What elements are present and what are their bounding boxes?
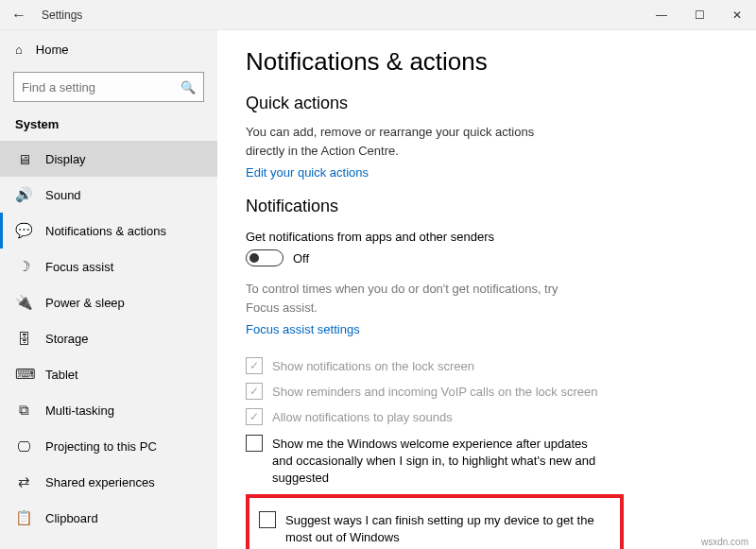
storage-icon: 🗄 xyxy=(15,331,32,347)
section-label: System xyxy=(0,112,217,141)
checkbox-sounds: ✓ Allow notifications to play sounds xyxy=(246,408,605,426)
focus-assist-text: To control times when you do or don't ge… xyxy=(246,280,567,317)
nav-label: Clipboard xyxy=(45,511,98,525)
back-button[interactable]: ← xyxy=(0,7,38,24)
display-icon: 🖥 xyxy=(15,151,32,167)
sound-icon: 🔊 xyxy=(15,186,32,203)
checkbox-label: Show me the Windows welcome experience a… xyxy=(272,435,605,488)
focus-assist-link[interactable]: Focus assist settings xyxy=(246,322,360,336)
checkbox-icon: ✓ xyxy=(246,357,263,374)
titlebar: ← Settings — ☐ ✕ xyxy=(0,0,756,30)
checkbox-label: Show reminders and incoming VoIP calls o… xyxy=(272,383,597,401)
nav-item-focus-assist[interactable]: ☽Focus assist xyxy=(0,249,217,284)
nav-label: Sound xyxy=(45,188,81,202)
checkbox-label: Show notifications on the lock screen xyxy=(272,357,474,375)
quick-actions-text: You can add, remove or rearrange your qu… xyxy=(246,123,567,160)
window-title: Settings xyxy=(42,9,82,22)
edit-quick-actions-link[interactable]: Edit your quick actions xyxy=(246,165,369,180)
nav-item-multitasking[interactable]: ⧉Multi-tasking xyxy=(0,392,217,428)
multitask-icon: ⧉ xyxy=(15,402,32,419)
home-link[interactable]: ⌂ Home xyxy=(0,30,217,68)
nav-item-clipboard[interactable]: 📋Clipboard xyxy=(0,500,217,536)
nav-label: Tablet xyxy=(45,368,78,382)
nav-label: Display xyxy=(45,152,86,166)
nav-label: Storage xyxy=(45,332,89,346)
nav-label: Shared experiences xyxy=(45,475,155,489)
main-content: Notifications & actions Quick actions Yo… xyxy=(217,30,756,549)
nav-label: Power & sleep xyxy=(45,296,125,310)
nav-label: Multi-tasking xyxy=(45,403,114,418)
nav-item-projecting[interactable]: 🖵Projecting to this PC xyxy=(0,428,217,464)
notifications-heading: Notifications xyxy=(246,197,728,216)
quick-actions-heading: Quick actions xyxy=(246,94,728,113)
sidebar: ⌂ Home 🔍 System 🖥Display 🔊Sound 💬Notific… xyxy=(0,30,217,549)
checkbox-label: Suggest ways I can finish setting up my … xyxy=(285,511,610,546)
notifications-icon: 💬 xyxy=(15,222,32,239)
close-button[interactable]: ✕ xyxy=(718,0,756,30)
nav-list: 🖥Display 🔊Sound 💬Notifications & actions… xyxy=(0,141,217,549)
nav-item-notifications[interactable]: 💬Notifications & actions xyxy=(0,213,217,249)
nav-item-tablet[interactable]: ⌨Tablet xyxy=(0,356,217,392)
nav-item-shared[interactable]: ⇄Shared experiences xyxy=(0,464,217,500)
nav-label: Focus assist xyxy=(45,260,113,274)
nav-item-power[interactable]: 🔌Power & sleep xyxy=(0,284,217,320)
remote-icon: 🖥 xyxy=(15,546,32,550)
checkbox-setup-suggestions[interactable]: Suggest ways I can finish setting up my … xyxy=(259,511,610,546)
notifications-toggle[interactable] xyxy=(246,249,284,266)
watermark: wsxdn.com xyxy=(701,537,748,547)
checkbox-icon[interactable] xyxy=(259,511,276,528)
clipboard-icon: 📋 xyxy=(15,509,32,526)
nav-item-remote-desktop[interactable]: 🖥Remote Desktop xyxy=(0,536,217,549)
checkbox-lock-screen: ✓ Show notifications on the lock screen xyxy=(246,357,605,375)
notifications-toggle-label: Get notifications from apps and other se… xyxy=(246,230,728,244)
maximize-button[interactable]: ☐ xyxy=(680,0,718,30)
page-title: Notifications & actions xyxy=(246,47,728,77)
power-icon: 🔌 xyxy=(15,294,32,311)
checkbox-voip: ✓ Show reminders and incoming VoIP calls… xyxy=(246,383,605,401)
home-icon: ⌂ xyxy=(15,43,23,57)
minimize-button[interactable]: — xyxy=(643,0,680,30)
toggle-state-label: Off xyxy=(293,251,309,266)
tablet-icon: ⌨ xyxy=(15,366,32,383)
search-input[interactable] xyxy=(22,80,180,94)
nav-item-storage[interactable]: 🗄Storage xyxy=(0,320,217,356)
nav-label: Projecting to this PC xyxy=(45,439,157,454)
shared-icon: ⇄ xyxy=(15,473,32,490)
nav-label: Notifications & actions xyxy=(45,224,166,238)
projecting-icon: 🖵 xyxy=(15,438,32,455)
toggle-knob xyxy=(249,253,259,263)
checkbox-welcome[interactable]: Show me the Windows welcome experience a… xyxy=(246,435,605,488)
nav-item-sound[interactable]: 🔊Sound xyxy=(0,177,217,213)
checkbox-icon[interactable] xyxy=(246,435,263,452)
search-icon: 🔍 xyxy=(180,80,196,94)
home-label: Home xyxy=(36,43,69,57)
focus-icon: ☽ xyxy=(15,258,32,275)
search-box[interactable]: 🔍 xyxy=(13,72,204,102)
checkbox-icon: ✓ xyxy=(246,383,263,400)
checkbox-label: Allow notifications to play sounds xyxy=(272,408,453,426)
checkbox-icon: ✓ xyxy=(246,408,263,425)
nav-item-display[interactable]: 🖥Display xyxy=(0,141,217,177)
highlight-annotation: Suggest ways I can finish setting up my … xyxy=(246,494,624,549)
